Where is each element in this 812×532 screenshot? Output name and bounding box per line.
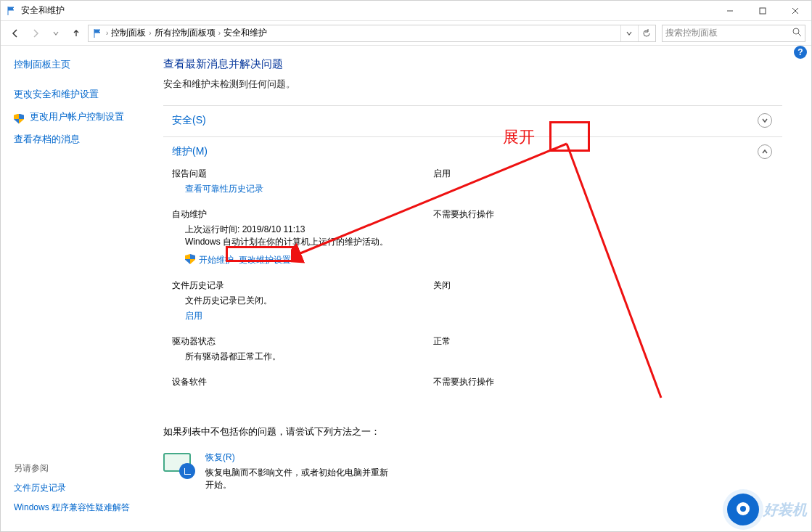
auto-maintenance-desc: Windows 自动计划在你的计算机上运行的维护活动。 xyxy=(185,236,778,248)
chevron-right-icon[interactable]: › xyxy=(218,29,221,37)
forward-button[interactable] xyxy=(27,25,44,42)
maintenance-section: 维护(M) 报告问题 启用 查看可靠性历史记录 自动维护 不需要执行操作 上次运… xyxy=(163,136,782,400)
chevron-right-icon[interactable]: › xyxy=(149,29,151,37)
recovery-icon xyxy=(163,451,194,478)
address-dropdown-button[interactable] xyxy=(620,25,636,41)
maximize-button[interactable] xyxy=(746,1,779,21)
recovery-desc: 恢复电脑而不影响文件，或者初始化电脑并重新开始。 xyxy=(205,467,394,491)
view-reliability-history-link[interactable]: 查看可靠性历史记录 xyxy=(185,184,263,194)
security-section-title[interactable]: 安全(S) xyxy=(172,114,206,127)
enable-file-history-link[interactable]: 启用 xyxy=(185,311,202,321)
shield-icon xyxy=(185,254,195,264)
watermark-text: 好装机 xyxy=(763,500,807,520)
up-button[interactable] xyxy=(67,25,85,42)
content-area: ? 查看最新消息并解决问题 安全和维护未检测到任何问题。 安全(S) 维护(M)… xyxy=(146,46,811,531)
chevron-right-icon[interactable]: › xyxy=(106,29,108,37)
report-problems-status: 启用 xyxy=(433,168,451,180)
maintenance-section-title[interactable]: 维护(M) xyxy=(172,145,208,158)
back-button[interactable] xyxy=(7,25,24,42)
sidebar: 控制面板主页 更改安全和维护设置 更改用户帐户控制设置 查看存档的消息 另请参阅… xyxy=(1,46,146,531)
security-section: 安全(S) xyxy=(163,105,782,136)
minimize-button[interactable] xyxy=(713,1,746,21)
shield-icon xyxy=(14,114,24,124)
file-history-status: 关闭 xyxy=(433,279,451,292)
address-bar[interactable]: › 控制面板 › 所有控制面板项 › 安全和维护 xyxy=(88,25,656,42)
collapse-maintenance-button[interactable] xyxy=(758,144,772,159)
auto-maintenance-lastrun: 上次运行时间: 2019/8/10 11:13 xyxy=(185,224,778,236)
window-controls xyxy=(713,1,811,21)
close-button[interactable] xyxy=(779,1,811,21)
watermark-logo-icon xyxy=(727,494,759,525)
file-history-desc: 文件历史记录已关闭。 xyxy=(185,295,778,307)
watermark: 好装机 xyxy=(727,494,807,525)
drive-status-desc: 所有驱动器都正常工作。 xyxy=(185,351,778,363)
drive-status-label: 驱动器状态 xyxy=(172,335,433,348)
auto-maintenance-status: 不需要执行操作 xyxy=(433,208,494,221)
see-also-panel: 另请参阅 文件历史记录 Windows 程序兼容性疑难解答 xyxy=(14,462,130,521)
refresh-button[interactable] xyxy=(638,25,654,41)
footer-note: 如果列表中不包括你的问题，请尝试下列方法之一： xyxy=(163,426,782,438)
search-placeholder: 搜索控制面板 xyxy=(665,27,718,39)
recovery-block: 恢复(R) 恢复电脑而不影响文件，或者初始化电脑并重新开始。 xyxy=(163,451,782,491)
page-subtext: 安全和维护未检测到任何问题。 xyxy=(163,78,782,91)
device-software-label: 设备软件 xyxy=(172,376,433,388)
flag-icon xyxy=(7,6,17,16)
view-archived-messages-link[interactable]: 查看存档的消息 xyxy=(14,134,80,146)
svg-line-5 xyxy=(798,33,801,36)
breadcrumb-mid[interactable]: 所有控制面板项 xyxy=(155,27,216,39)
recovery-link[interactable]: 恢复(R) xyxy=(205,451,394,464)
recent-dropdown[interactable] xyxy=(47,25,65,42)
control-panel-home-link[interactable]: 控制面板主页 xyxy=(14,59,70,71)
expand-security-button[interactable] xyxy=(758,113,772,128)
svg-rect-1 xyxy=(760,8,766,14)
change-security-settings-link[interactable]: 更改安全和维护设置 xyxy=(14,89,99,101)
drive-status-value: 正常 xyxy=(433,335,451,348)
start-maintenance-link[interactable]: 开始维护 xyxy=(199,255,234,265)
see-also-heading: 另请参阅 xyxy=(14,462,130,475)
report-problems-label: 报告问题 xyxy=(172,168,433,180)
change-uac-settings-link[interactable]: 更改用户帐户控制设置 xyxy=(30,111,124,123)
svg-point-4 xyxy=(793,28,799,34)
file-history-link[interactable]: 文件历史记录 xyxy=(14,483,66,493)
compat-troubleshoot-link[interactable]: Windows 程序兼容性疑难解答 xyxy=(14,502,130,512)
window-title: 安全和维护 xyxy=(21,4,65,17)
file-history-label: 文件历史记录 xyxy=(172,279,433,292)
device-software-status: 不需要执行操作 xyxy=(433,376,494,388)
page-title: 查看最新消息并解决问题 xyxy=(163,57,782,71)
title-bar: 安全和维护 xyxy=(1,1,811,21)
breadcrumb-leaf[interactable]: 安全和维护 xyxy=(223,27,267,39)
flag-icon xyxy=(93,28,103,38)
search-icon[interactable] xyxy=(792,28,802,39)
change-maintenance-settings-link[interactable]: 更改维护设置 xyxy=(239,255,291,265)
navigation-bar: › 控制面板 › 所有控制面板项 › 安全和维护 搜索控制面板 xyxy=(1,21,811,46)
help-icon[interactable]: ? xyxy=(794,46,807,59)
search-input[interactable]: 搜索控制面板 xyxy=(662,25,805,42)
auto-maintenance-label: 自动维护 xyxy=(172,208,433,221)
breadcrumb-root[interactable]: 控制面板 xyxy=(111,27,146,39)
